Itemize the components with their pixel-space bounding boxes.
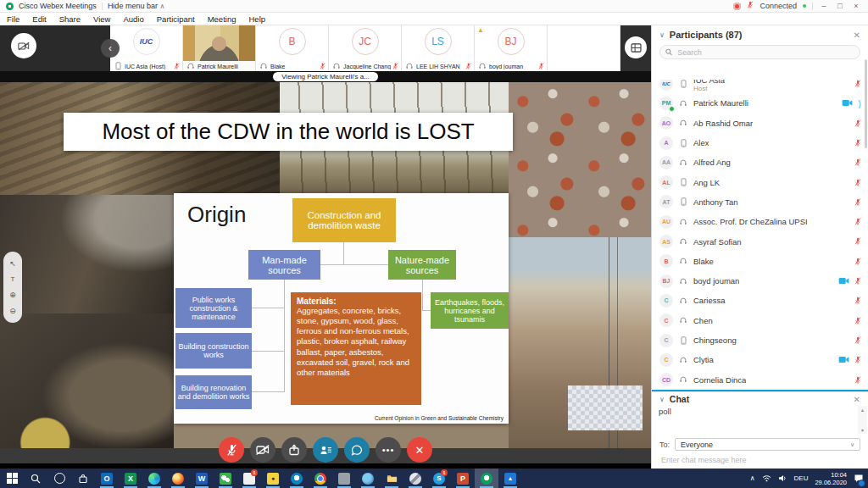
taskbar-rocket-icon[interactable] xyxy=(403,469,427,488)
collapse-chat-icon[interactable]: ∨ xyxy=(659,396,665,403)
viewing-banner[interactable]: Viewing Patrick Maurelli's a... xyxy=(273,72,378,81)
video-thumbnail[interactable]: IUCIUC Asia (Host) xyxy=(110,25,183,71)
close-button[interactable]: × xyxy=(851,2,861,10)
menu-edit[interactable]: Edit xyxy=(32,14,46,24)
participants-button[interactable] xyxy=(313,437,338,463)
video-thumbnail[interactable]: Patrick Maurelli xyxy=(183,25,256,71)
participant-row[interactable]: CDCornelia Dinca xyxy=(652,369,868,389)
participant-row[interactable]: CChingseong xyxy=(652,330,868,350)
menu-meeting[interactable]: Meeting xyxy=(208,14,236,24)
hide-menu-bar-button[interactable]: Hide menu bar ∧ xyxy=(108,2,164,10)
volume-icon[interactable] xyxy=(778,474,787,482)
chat-input[interactable] xyxy=(659,455,832,465)
video-button[interactable] xyxy=(250,437,275,463)
video-thumbnail[interactable] xyxy=(548,25,620,71)
participant-search[interactable] xyxy=(659,45,860,59)
language-indicator[interactable]: DEU xyxy=(794,474,809,482)
participant-row[interactable]: AOAb Rashid Omar xyxy=(652,114,868,133)
box-building-renovation: Building renovation and demolition works xyxy=(175,375,252,409)
chat-scrollbar[interactable]: ▴▾ xyxy=(858,406,867,434)
close-participants-icon[interactable]: ✕ xyxy=(854,30,860,40)
participant-row[interactable]: AAlex xyxy=(652,133,868,152)
camera-off-icon xyxy=(256,445,270,455)
mute-button[interactable] xyxy=(219,437,244,463)
recipient-select[interactable]: Everyone ∨ xyxy=(675,438,860,451)
taskbar-firefox-icon[interactable] xyxy=(166,469,190,488)
taskbar-app-badge-icon[interactable]: 1 xyxy=(237,469,261,488)
participant-row[interactable]: ASAsyraf Sofian xyxy=(652,231,868,251)
taskbar-messenger-yellow-icon[interactable]: ● xyxy=(261,469,285,488)
taskbar-outlook-icon[interactable]: O xyxy=(95,469,119,488)
participant-row[interactable]: ALAng LK xyxy=(652,172,868,191)
share-button[interactable] xyxy=(281,437,307,463)
maximize-button[interactable]: □ xyxy=(835,2,845,10)
taskbar-skype-icon[interactable]: S1 xyxy=(427,469,451,488)
search-input[interactable] xyxy=(676,47,854,58)
participant-row[interactable]: BJboyd jouman xyxy=(652,271,868,291)
tray-expand-icon[interactable]: ∧ xyxy=(750,474,755,482)
menu-audio[interactable]: Audio xyxy=(123,14,143,24)
camera-off-button[interactable] xyxy=(11,33,36,58)
taskbar-webex-blue-icon[interactable] xyxy=(285,469,309,488)
participant-row[interactable]: AAAlfred Ang xyxy=(652,152,868,172)
video-thumbnail[interactable]: BBlake xyxy=(256,25,329,71)
text-tool-icon[interactable]: T xyxy=(11,275,15,283)
taskbar-search-icon[interactable] xyxy=(24,469,47,488)
taskbar-folder-icon[interactable] xyxy=(380,469,403,488)
minimize-button[interactable]: – xyxy=(819,2,829,10)
notification-center-icon[interactable] xyxy=(854,471,864,486)
participant-row[interactable]: PMPatrick Maurelli) xyxy=(652,93,868,113)
taskbar-word-icon[interactable]: W xyxy=(190,469,214,488)
participant-row[interactable]: IUCIUC AsiaHost xyxy=(652,80,868,93)
taskbar-store-icon[interactable] xyxy=(71,469,95,488)
collapse-filmstrip-button[interactable]: ‹ xyxy=(101,39,120,58)
phone-icon xyxy=(681,139,687,147)
avatar: AO xyxy=(659,116,673,130)
zoom-in-icon[interactable]: ⊕ xyxy=(9,291,16,299)
taskbar-webex-active-icon[interactable] xyxy=(475,469,498,488)
menu-view[interactable]: View xyxy=(93,14,110,24)
participant-row[interactable]: CChen xyxy=(652,311,868,330)
muted-mic-icon xyxy=(854,198,861,206)
headset-icon xyxy=(679,375,687,384)
menu-share[interactable]: Share xyxy=(59,14,81,24)
zoom-out-icon[interactable]: ⊖ xyxy=(9,307,16,315)
layout-button[interactable] xyxy=(625,36,647,58)
thumbnail-label: Jacqueline Chang xyxy=(329,61,401,71)
pointer-tool-icon[interactable]: ↖ xyxy=(9,259,16,268)
taskbar-clock[interactable]: 10:04 29.06.2020 xyxy=(815,471,847,486)
avatar: B xyxy=(659,254,673,268)
taskbar-powerpoint-icon[interactable]: P xyxy=(451,469,475,488)
collapse-participants-icon[interactable]: ∨ xyxy=(659,31,665,39)
participant-row[interactable]: BBlake xyxy=(652,252,868,271)
taskbar-wechat-icon[interactable] xyxy=(214,469,237,488)
participant-row[interactable]: CCariessa xyxy=(652,291,868,310)
participant-row[interactable]: CClytia xyxy=(652,350,868,369)
chat-bubble-icon xyxy=(351,445,363,456)
menu-participant[interactable]: Participant xyxy=(157,14,195,24)
taskbar-app-teal-icon[interactable] xyxy=(356,469,380,488)
taskbar-edge-icon[interactable] xyxy=(142,469,166,488)
muted-mic-icon xyxy=(226,444,237,457)
video-thumbnail[interactable]: JCJacqueline Chang xyxy=(329,25,402,71)
taskbar-photos-icon[interactable]: ▲ xyxy=(498,469,522,488)
more-button[interactable]: ••• xyxy=(376,437,401,463)
presence-dot-icon xyxy=(669,106,675,112)
menu-help[interactable]: Help xyxy=(248,14,265,24)
video-thumbnail[interactable]: LSLEE LIH SHYAN xyxy=(402,25,475,71)
taskbar-app-gray-icon[interactable] xyxy=(332,469,356,488)
participant-row[interactable]: ATAnthony Tan xyxy=(652,192,868,212)
taskbar-start-icon[interactable] xyxy=(0,469,24,488)
close-chat-icon[interactable]: ✕ xyxy=(854,395,860,404)
taskbar-excel-icon[interactable]: X xyxy=(119,469,142,488)
taskbar-cortana-icon[interactable] xyxy=(47,469,71,488)
taskbar-chrome-icon[interactable] xyxy=(309,469,332,488)
video-thumbnail[interactable]: BJ▲boyd jouman xyxy=(475,25,548,71)
end-button[interactable]: ✕ xyxy=(407,437,432,463)
participants-scrollbar[interactable] xyxy=(865,59,867,148)
menu-file[interactable]: File xyxy=(7,14,19,24)
network-icon[interactable] xyxy=(762,474,771,482)
participants-title: Participants (87) xyxy=(670,30,743,40)
participant-row[interactable]: AUAssoc. Prof. Dr CheZalina UPSI xyxy=(652,212,868,231)
chat-button[interactable] xyxy=(344,437,370,463)
